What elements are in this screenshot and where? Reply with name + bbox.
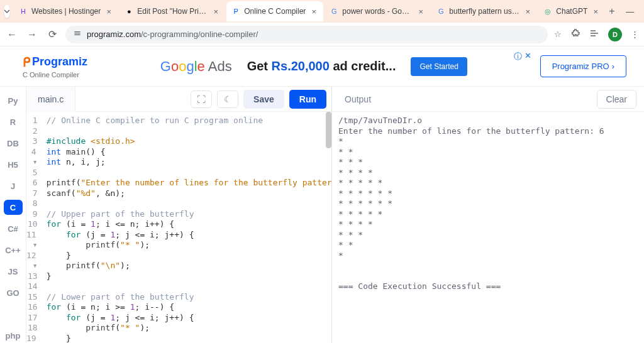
lang-j-button[interactable]: J <box>4 178 23 193</box>
ad-info-icon[interactable]: ⓘ <box>514 51 522 62</box>
new-tab-button[interactable]: + <box>609 4 614 19</box>
tab-title: Edit Post "How Print … <box>137 7 208 16</box>
address-bar: ← → ⟳ programiz.com/c-programming/online… <box>0 23 644 46</box>
tabs-dropdown[interactable] <box>4 4 10 18</box>
lang-c++-button[interactable]: C++ <box>4 242 23 258</box>
editor-scrollbar[interactable] <box>326 112 331 148</box>
tab-favicon: P <box>231 7 240 16</box>
fullscreen-button[interactable]: ⛶ <box>191 90 212 108</box>
browser-tab[interactable]: HWebsites | Hostinger× <box>14 1 118 21</box>
tab-close-icon[interactable]: × <box>591 7 600 16</box>
browser-tab[interactable]: ◎ChatGPT× <box>538 1 605 21</box>
tab-close-icon[interactable]: × <box>211 7 220 16</box>
tab-title: butterfly pattern usin… <box>449 7 519 16</box>
bookmark-button[interactable]: ☆ <box>554 30 562 39</box>
tab-title: Websites | Hostinger <box>31 7 101 16</box>
editor-pane: main.c ⛶ ☾ Save Run 1 2 3 4 ▾ 5 6 7 8 9 … <box>26 87 332 343</box>
extensions-button[interactable] <box>570 28 580 40</box>
output-pane: Output Clear /tmp/7avuTneDIr.o Enter the… <box>332 87 644 343</box>
lang-go-button[interactable]: GO <box>4 285 23 300</box>
tab-title: power words - Goog… <box>342 7 413 16</box>
language-sidebar: PyRDBH5JCC#C++JSGOphp <box>0 87 26 343</box>
browser-tab[interactable]: Gbutterfly pattern usin…× <box>431 1 537 21</box>
tab-title: Online C Compiler <box>244 7 306 16</box>
url-host: programiz.com <box>87 30 141 39</box>
tab-close-icon[interactable]: × <box>309 7 318 16</box>
browser-tab[interactable]: ●Edit Post "How Print …× <box>119 1 225 21</box>
tab-strip: HWebsites | Hostinger×●Edit Post "How Pr… <box>0 0 644 23</box>
lang-c#-button[interactable]: C# <box>4 221 23 236</box>
ad-banner: ⓘ ✕ Google Ads Get Rs.20,000 ad credit..… <box>100 57 528 76</box>
ad-headline: Get Rs.20,000 ad credit... <box>247 59 396 74</box>
lang-php-button[interactable]: php <box>4 328 23 343</box>
programiz-pro-button[interactable]: Programiz PRO› <box>540 55 626 77</box>
code-editor[interactable]: 1 2 3 4 ▾ 5 6 7 8 9 10 11 ▾ 12 ▾ 13 14 1… <box>26 112 331 343</box>
lang-py-button[interactable]: Py <box>4 93 23 108</box>
workspace: PyRDBH5JCC#C++JSGOphp main.c ⛶ ☾ Save Ru… <box>0 87 644 343</box>
forward-button[interactable]: → <box>25 28 39 41</box>
browser-tab[interactable]: Gpower words - Goog…× <box>325 1 430 21</box>
page-header: ᑭProgramiz C Online Compiler ⓘ ✕ Google … <box>0 46 644 87</box>
browser-chrome: HWebsites | Hostinger×●Edit Post "How Pr… <box>0 0 644 46</box>
chevron-down-icon <box>4 8 10 14</box>
brand-name: Programiz <box>32 55 87 68</box>
ad-controls: ⓘ ✕ <box>514 51 531 62</box>
lang-js-button[interactable]: JS <box>4 264 23 279</box>
brand-subtitle: C Online Compiler <box>23 71 87 79</box>
ad-cta-button[interactable]: Get Started <box>411 57 467 76</box>
theme-toggle-button[interactable]: ☾ <box>217 90 238 108</box>
chrome-menu-button[interactable]: ⋮ <box>631 30 639 39</box>
reload-button[interactable]: ⟳ <box>45 28 59 41</box>
lang-rust-button[interactable] <box>4 307 23 322</box>
tab-close-icon[interactable]: × <box>523 7 532 16</box>
editor-file-tab[interactable]: main.c <box>26 87 75 112</box>
lang-r-button[interactable]: R <box>4 114 23 129</box>
window-controls: — ▢ ✕ <box>616 0 644 23</box>
save-button[interactable]: Save <box>243 90 284 109</box>
url-input[interactable]: programiz.com/c-programming/online-compi… <box>65 26 548 43</box>
ad-close-icon[interactable]: ✕ <box>525 51 531 62</box>
profile-avatar[interactable]: D <box>608 28 622 41</box>
brand-accent-icon: ᑭ <box>23 55 31 70</box>
tab-close-icon[interactable]: × <box>416 7 425 16</box>
minimize-button[interactable]: — <box>616 0 644 23</box>
tab-close-icon[interactable]: × <box>104 7 113 16</box>
output-toolbar: Output Clear <box>332 87 644 112</box>
site-info-icon[interactable] <box>73 29 82 40</box>
clear-output-button[interactable]: Clear <box>597 90 636 109</box>
reading-list-button[interactable] <box>589 28 599 40</box>
run-button[interactable]: Run <box>289 90 326 109</box>
lang-db-button[interactable]: DB <box>4 136 23 151</box>
google-ads-logo[interactable]: Google Ads <box>160 58 232 75</box>
tab-title: ChatGPT <box>556 7 587 16</box>
url-path: /c-programming/online-compiler/ <box>141 30 258 39</box>
tab-favicon: ● <box>125 7 133 16</box>
lang-c-button[interactable]: C <box>4 200 23 215</box>
tab-favicon: ◎ <box>543 7 552 16</box>
tab-favicon: H <box>19 7 28 16</box>
tab-favicon: G <box>436 7 445 16</box>
tab-favicon: G <box>330 7 338 16</box>
lang-h5-button[interactable]: H5 <box>4 157 23 172</box>
browser-tab[interactable]: POnline C Compiler× <box>226 1 323 21</box>
back-button[interactable]: ← <box>5 28 19 41</box>
editor-toolbar: main.c ⛶ ☾ Save Run <box>26 87 331 112</box>
chevron-right-icon: › <box>612 62 614 71</box>
output-text[interactable]: /tmp/7avuTneDIr.o Enter the number of li… <box>332 112 644 343</box>
brand-block[interactable]: ᑭProgramiz C Online Compiler <box>23 55 87 79</box>
output-title: Output <box>340 94 376 104</box>
